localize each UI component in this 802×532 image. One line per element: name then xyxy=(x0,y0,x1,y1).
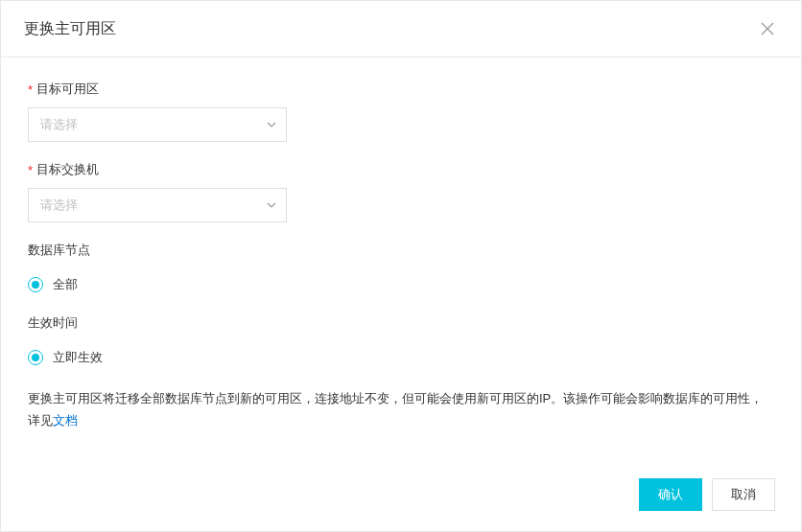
target-zone-label-text: 目标可用区 xyxy=(36,81,99,98)
help-text-before: 更换主可用区将迁移全部数据库节点到新的可用区，连接地址不变，但可能会使用新可用区… xyxy=(28,391,763,428)
dialog-body: * 目标可用区 请选择 * 目标交换机 请选择 xyxy=(1,58,801,451)
dialog-title: 更换主可用区 xyxy=(24,19,116,39)
effective-time-option-immediate[interactable]: 立即生效 xyxy=(28,349,774,366)
target-vswitch-label-text: 目标交换机 xyxy=(36,161,99,178)
close-icon[interactable] xyxy=(757,18,778,39)
radio-all-label: 全部 xyxy=(53,276,78,293)
confirm-button[interactable]: 确认 xyxy=(639,478,702,511)
field-target-vswitch: * 目标交换机 请选择 xyxy=(28,161,774,222)
help-text: 更换主可用区将迁移全部数据库节点到新的可用区，连接地址不变，但可能会使用新可用区… xyxy=(28,387,774,432)
target-zone-label: * 目标可用区 xyxy=(28,81,774,98)
target-vswitch-select-wrap: 请选择 xyxy=(28,188,287,222)
db-nodes-option-all[interactable]: 全部 xyxy=(28,276,774,293)
target-vswitch-select[interactable]: 请选择 xyxy=(28,188,287,222)
field-target-zone: * 目标可用区 请选择 xyxy=(28,81,774,142)
required-mark: * xyxy=(28,82,33,97)
target-vswitch-placeholder: 请选择 xyxy=(40,197,78,214)
target-zone-placeholder: 请选择 xyxy=(40,116,78,133)
required-mark: * xyxy=(28,163,33,177)
radio-immediate-label: 立即生效 xyxy=(53,349,103,366)
target-zone-select[interactable]: 请选择 xyxy=(28,107,287,142)
dialog-footer: 确认 取消 xyxy=(0,465,802,532)
dialog-header: 更换主可用区 xyxy=(1,1,801,58)
radio-immediate[interactable] xyxy=(28,350,43,365)
cancel-button[interactable]: 取消 xyxy=(712,478,775,511)
effective-time-label: 生效时间 xyxy=(28,314,774,332)
radio-all[interactable] xyxy=(28,277,43,292)
target-vswitch-label: * 目标交换机 xyxy=(28,161,774,178)
change-primary-zone-dialog: 更换主可用区 * 目标可用区 请选择 * 目标交换机 xyxy=(0,0,802,532)
target-zone-select-wrap: 请选择 xyxy=(28,107,287,142)
db-nodes-label: 数据库节点 xyxy=(28,242,774,259)
doc-link[interactable]: 文档 xyxy=(53,413,78,428)
